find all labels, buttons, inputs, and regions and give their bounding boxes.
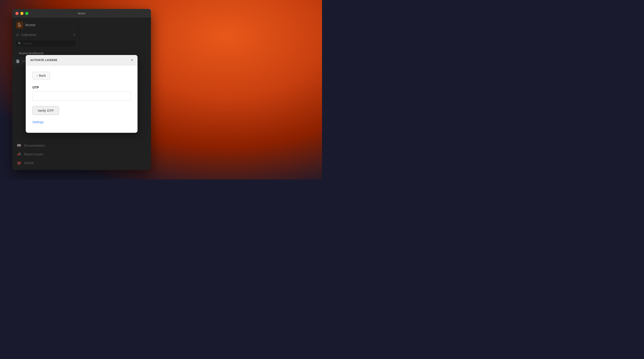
- back-button[interactable]: ‹ Back: [32, 72, 50, 79]
- maximize-button[interactable]: [25, 12, 28, 15]
- modal-header: ACTIVATE LICENSE ×: [26, 55, 138, 66]
- window-title: bruno: [78, 12, 85, 15]
- minimize-button[interactable]: [20, 12, 24, 15]
- verify-otp-button[interactable]: Verify OTP: [32, 106, 59, 115]
- back-chevron-icon: ‹: [37, 74, 38, 77]
- app-window: bruno 🐕 bruno ··· ⊡ Collections ⇅ 🔍 sear…: [12, 9, 151, 170]
- modal-title: ACTIVATE LICENSE: [30, 58, 58, 62]
- modal-overlay: ACTIVATE LICENSE × ‹ Back OTP Verify OTP…: [12, 18, 151, 170]
- traffic-lights: [16, 12, 28, 15]
- close-button[interactable]: [16, 12, 18, 15]
- otp-input[interactable]: [32, 92, 131, 101]
- modal-close-button[interactable]: ×: [130, 58, 133, 62]
- otp-label: OTP: [32, 86, 131, 89]
- settings-link[interactable]: Settings: [32, 120, 131, 124]
- back-button-label: Back: [39, 74, 46, 77]
- title-bar: bruno: [12, 9, 151, 18]
- verify-otp-button-label: Verify OTP: [38, 109, 54, 112]
- activate-license-modal: ACTIVATE LICENSE × ‹ Back OTP Verify OTP…: [26, 55, 138, 133]
- modal-body: ‹ Back OTP Verify OTP Settings: [26, 66, 138, 124]
